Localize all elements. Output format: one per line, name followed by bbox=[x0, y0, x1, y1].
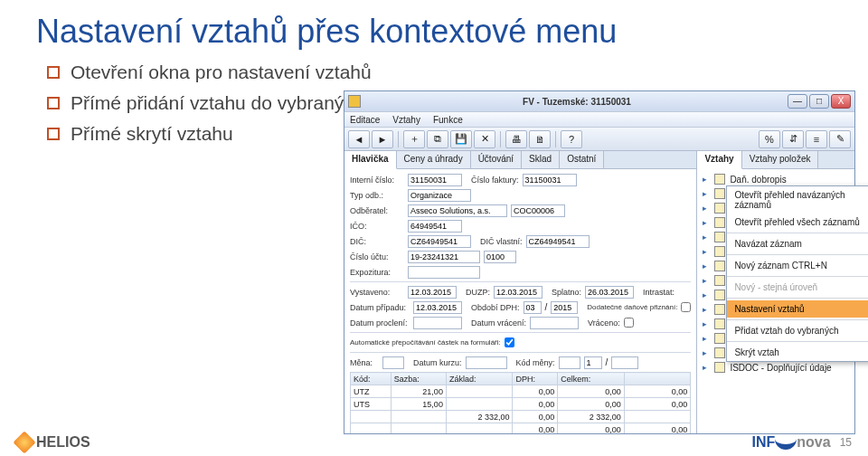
typ-odb-field[interactable] bbox=[408, 189, 471, 202]
tab-ostatni[interactable]: Ostatní bbox=[560, 151, 604, 168]
sort-icon[interactable]: ⇵ bbox=[782, 130, 804, 148]
obdobi-m-field[interactable] bbox=[524, 301, 542, 314]
table-row[interactable]: UTZ21,000,000,000,00 bbox=[351, 385, 691, 398]
table-row[interactable]: 0,000,000,00 bbox=[351, 423, 691, 434]
menu-separator bbox=[727, 319, 868, 320]
zpet-icon[interactable]: ◄ bbox=[348, 130, 370, 148]
tab-vztahy-polozek[interactable]: Vztahy položek bbox=[742, 151, 819, 168]
expand-icon: ▸ bbox=[703, 363, 710, 372]
datum-procleni-field[interactable] bbox=[413, 317, 462, 329]
kurz2-field[interactable] bbox=[611, 356, 638, 369]
odberatel2-field[interactable] bbox=[511, 204, 565, 217]
cislo-faktury-field[interactable] bbox=[523, 174, 577, 186]
auto-checkbox[interactable] bbox=[505, 337, 514, 347]
kod-meny-field[interactable] bbox=[559, 356, 580, 369]
smaz-icon[interactable]: ✕ bbox=[474, 130, 495, 148]
bullet-icon bbox=[47, 128, 60, 140]
context-menu-item[interactable]: Nový záznam CTRL+N bbox=[727, 257, 868, 274]
bullet-item: Otevření okna pro nastavení vztahů bbox=[47, 62, 868, 83]
tab-hlavicka[interactable]: Hlavička bbox=[344, 151, 397, 169]
ico-label: IČO: bbox=[350, 222, 404, 231]
doc-icon bbox=[714, 261, 725, 271]
kopie-icon[interactable]: ⧉ bbox=[427, 130, 448, 148]
datum-pripadu-field[interactable] bbox=[413, 301, 462, 314]
obdobi-r-field[interactable] bbox=[551, 301, 578, 314]
kurz-field[interactable] bbox=[584, 356, 602, 369]
menu-vztahy[interactable]: Vztahy bbox=[392, 115, 420, 125]
list-item-label: ISDOC - Doplňující údaje bbox=[730, 363, 831, 373]
right-tabs: Vztahy Vztahy položek bbox=[697, 151, 854, 169]
context-menu-item[interactable]: Otevřít přehled všech záznamů bbox=[727, 214, 868, 231]
dodatecne-checkbox[interactable] bbox=[681, 302, 691, 312]
context-menu-item[interactable]: Přidat vztah do vybraných bbox=[727, 322, 868, 339]
left-tabs: Hlavička Ceny a úhrady Účtování Sklad Os… bbox=[344, 151, 696, 169]
menu-separator bbox=[727, 276, 868, 277]
left-panel: Hlavička Ceny a úhrady Účtování Sklad Os… bbox=[344, 151, 697, 433]
tab-sklad[interactable]: Sklad bbox=[522, 151, 560, 168]
swoosh-icon bbox=[775, 437, 797, 450]
grid-header: Kód: bbox=[351, 373, 392, 385]
cislo-uctu-label: Číslo účtu: bbox=[350, 252, 404, 261]
vystaveno-label: Vystaveno: bbox=[350, 288, 404, 297]
context-menu-item[interactable]: Skrýt vztah bbox=[727, 344, 868, 361]
mena-field[interactable] bbox=[382, 356, 404, 369]
vystaveno-field[interactable] bbox=[408, 286, 457, 299]
plus-icon[interactable]: ＋ bbox=[403, 130, 425, 148]
close-button[interactable]: X bbox=[831, 94, 851, 109]
titlebar: FV - Tuzemské: 31150031 — □ X bbox=[344, 91, 854, 111]
datum-kurzu-label: Datum kurzu: bbox=[413, 358, 462, 367]
tab-ceny[interactable]: Ceny a úhrady bbox=[397, 151, 471, 168]
list-item[interactable]: ▸ISDOC - Doplňující údaje bbox=[697, 360, 854, 375]
vraceno-label: Vráceno: bbox=[588, 318, 620, 328]
minimize-button[interactable]: — bbox=[788, 94, 807, 109]
bullet-icon bbox=[47, 66, 60, 79]
nahled-icon[interactable]: 🗎 bbox=[529, 130, 551, 148]
grid-header: Sazba: bbox=[391, 373, 446, 385]
dic-field[interactable] bbox=[408, 235, 471, 248]
doc-icon bbox=[714, 290, 725, 300]
tisk-icon[interactable]: 🖶 bbox=[505, 130, 527, 148]
list-icon[interactable]: ≡ bbox=[806, 130, 827, 148]
doc-icon bbox=[714, 232, 725, 242]
expozitura-field[interactable] bbox=[408, 266, 480, 279]
right-panel: Vztahy Vztahy položek ▸Daň. dobropis▸Daň… bbox=[697, 151, 854, 433]
help-icon[interactable]: ? bbox=[561, 130, 582, 148]
doc-icon bbox=[714, 275, 725, 286]
context-menu-item[interactable]: Nastavení vztahů bbox=[727, 300, 868, 318]
cislo-uctu2-field[interactable] bbox=[484, 251, 516, 263]
bullet-text: Otevření okna pro nastavení vztahů bbox=[71, 62, 372, 83]
context-menu-item[interactable]: Navázat záznam bbox=[727, 235, 868, 252]
doc-icon bbox=[714, 304, 725, 315]
list-item[interactable]: ▸Daň. dobropis bbox=[697, 172, 854, 186]
uloz-icon[interactable]: 💾 bbox=[450, 130, 472, 148]
datum-vraceni-field[interactable] bbox=[530, 317, 579, 329]
table-row[interactable]: UTS15,000,000,000,00 bbox=[351, 398, 691, 411]
odberatel-field[interactable] bbox=[408, 204, 507, 217]
procent-icon[interactable]: % bbox=[759, 130, 780, 148]
datum-kurzu-field[interactable] bbox=[466, 356, 507, 369]
vpred-icon[interactable]: ► bbox=[372, 130, 393, 148]
expand-icon: ▸ bbox=[703, 334, 710, 343]
auto-label: Automatické přepočítávání částek na form… bbox=[350, 338, 501, 347]
duzp-field[interactable] bbox=[494, 286, 542, 299]
cislo-uctu-field[interactable] bbox=[408, 251, 480, 263]
table-row[interactable]: 2 332,000,002 332,00 bbox=[351, 411, 691, 423]
dic-vlastni-field[interactable] bbox=[526, 235, 590, 248]
context-menu-item[interactable]: Otevřít přehled navázaných záznamů bbox=[727, 186, 868, 214]
menu-editace[interactable]: Editace bbox=[350, 115, 380, 125]
tab-uctovani[interactable]: Účtování bbox=[471, 151, 522, 168]
helios-mark-icon bbox=[13, 431, 35, 453]
expand-icon: ▸ bbox=[703, 247, 710, 256]
grid-header bbox=[624, 373, 691, 385]
interni-cislo-field[interactable] bbox=[408, 174, 462, 186]
app-window: FV - Tuzemské: 31150031 — □ X Editace Vz… bbox=[344, 90, 855, 434]
tab-vztahy[interactable]: Vztahy bbox=[697, 151, 741, 169]
ico-field[interactable] bbox=[408, 220, 462, 233]
vraceno-checkbox[interactable] bbox=[624, 318, 634, 328]
intrastat-label: Intrastat: bbox=[643, 288, 675, 297]
menu-funkce[interactable]: Funkce bbox=[433, 115, 463, 125]
expand-icon: ▸ bbox=[703, 175, 710, 184]
maximize-button[interactable]: □ bbox=[809, 94, 829, 109]
splatno-field[interactable] bbox=[585, 286, 634, 299]
doc-icon[interactable]: ✎ bbox=[829, 130, 851, 148]
